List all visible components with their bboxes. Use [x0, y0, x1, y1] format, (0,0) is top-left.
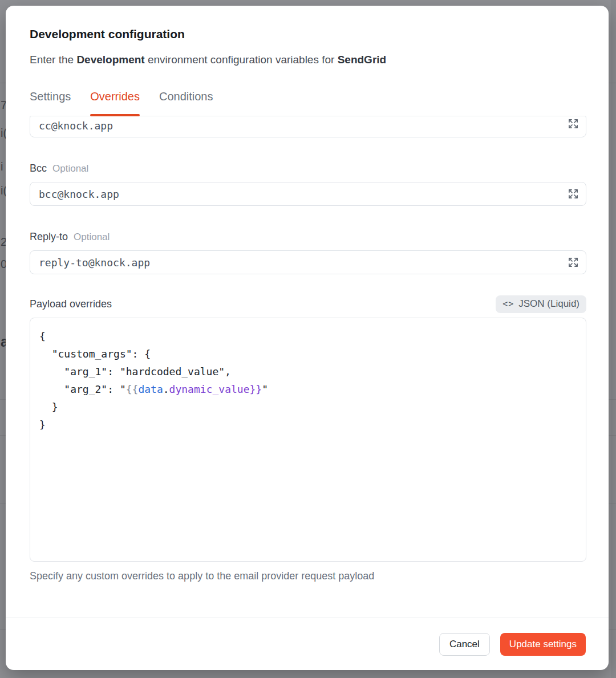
code-line: } — [39, 416, 577, 433]
tab-conditions[interactable]: Conditions — [159, 90, 213, 116]
code-line: { — [39, 327, 577, 345]
tab-overrides[interactable]: Overrides — [90, 90, 140, 116]
cc-field — [30, 116, 586, 137]
code-line: "arg_2": "{{data.dynamic_value}}" — [39, 380, 577, 398]
dialog-header: Development configuration Enter the Deve… — [6, 6, 609, 116]
tab-settings[interactable]: Settings — [30, 90, 71, 116]
update-settings-button[interactable]: Update settings — [500, 633, 586, 656]
code-brackets-icon: <> — [502, 299, 514, 309]
bcc-field: Bcc Optional — [30, 163, 586, 206]
reply-to-label: Reply-to — [30, 231, 68, 243]
code-line: "custom_args": { — [39, 345, 577, 363]
tab-bar: SettingsOverridesConditions — [30, 90, 586, 116]
cancel-button[interactable]: Cancel — [439, 633, 490, 656]
payload-overrides-editor[interactable]: { "custom_args": { "arg_1": "hardcoded_v… — [30, 318, 586, 562]
bcc-optional-tag: Optional — [52, 163, 88, 174]
payload-helper-text: Specify any custom overrides to apply to… — [30, 570, 586, 582]
code-line: } — [39, 398, 577, 416]
dialog-body: Bcc Optional Reply-to Optional — [6, 116, 609, 618]
expand-icon[interactable] — [567, 117, 579, 130]
bcc-label: Bcc — [30, 163, 47, 174]
dialog-subtitle: Enter the Development environment config… — [30, 53, 586, 67]
cc-input[interactable] — [30, 116, 586, 137]
reply-to-field: Reply-to Optional — [30, 231, 586, 274]
provider-name: SendGrid — [338, 54, 387, 66]
code-line: "arg_1": "hardcoded_value", — [39, 363, 577, 380]
development-configuration-dialog: Development configuration Enter the Deve… — [6, 6, 609, 670]
subtitle-prefix: Enter the — [30, 54, 76, 66]
json-liquid-badge-label: JSON (Liquid) — [518, 298, 579, 310]
dialog-title: Development configuration — [30, 26, 586, 42]
background-text-fragment: i — [1, 160, 3, 173]
payload-overrides-label: Payload overrides — [30, 298, 112, 310]
environment-name: Development — [76, 54, 144, 66]
reply-to-input[interactable] — [30, 250, 586, 274]
subtitle-middle: environment configuration variables for — [145, 54, 338, 66]
reply-to-optional-tag: Optional — [74, 232, 110, 243]
page-scroll-edge — [611, 0, 616, 678]
payload-overrides-field: Payload overrides <> JSON (Liquid) { "cu… — [30, 295, 586, 582]
dialog-footer: Cancel Update settings — [6, 618, 609, 670]
bcc-input[interactable] — [30, 182, 586, 206]
expand-icon[interactable] — [567, 188, 579, 200]
json-liquid-badge: <> JSON (Liquid) — [496, 295, 586, 313]
expand-icon[interactable] — [567, 256, 579, 269]
